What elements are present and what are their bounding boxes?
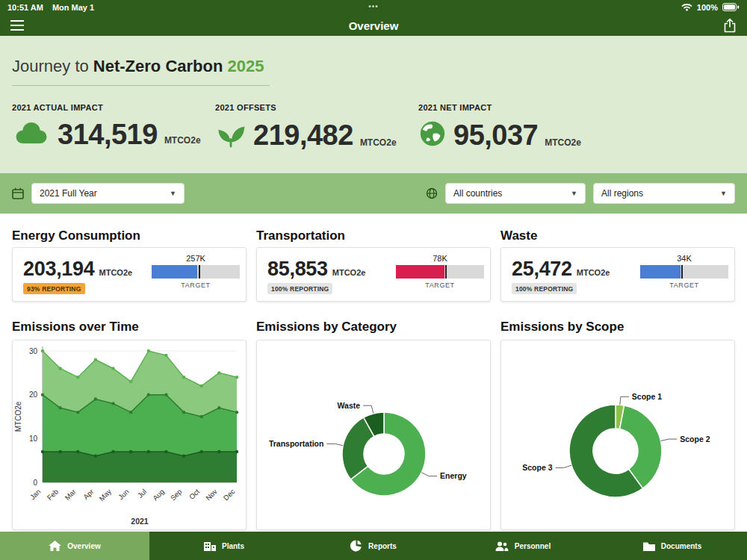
kpi-offsets: 2021 OFFSETS 219,482 MTCO2e <box>215 103 397 151</box>
target-marker <box>681 265 683 279</box>
tab-label: Reports <box>368 542 397 550</box>
hero-title-emphasis: Net-Zero Carbon <box>93 57 223 75</box>
svg-text:Energy: Energy <box>440 471 467 480</box>
folder-icon <box>643 541 655 551</box>
home-icon <box>49 541 61 551</box>
pie-chart-icon <box>350 540 362 552</box>
status-time: 10:51 AM <box>7 3 43 12</box>
svg-text:30: 30 <box>29 347 38 355</box>
target-progress: 34K TARGET <box>640 254 728 289</box>
svg-text:Jun: Jun <box>117 488 131 502</box>
kpi-value: 95,037 <box>453 121 538 149</box>
globe-filter-icon <box>426 187 438 199</box>
tab-reports[interactable]: Reports <box>299 532 448 560</box>
svg-text:0: 0 <box>33 479 37 487</box>
tab-overview[interactable]: Overview <box>0 532 149 560</box>
tab-documents[interactable]: Documents <box>598 532 747 560</box>
wifi-icon <box>681 3 692 13</box>
svg-text:Nov: Nov <box>204 487 219 502</box>
hero-title-prefix: Journey to <box>12 57 93 75</box>
metric-value: 203,194 <box>23 258 95 281</box>
area-chart: 0102030JanFebMarAprMayJunJulAugSepOctNov… <box>13 340 246 529</box>
country-select-value: All countries <box>453 188 502 199</box>
metric-value: 25,472 <box>512 258 572 281</box>
tab-plants[interactable]: Plants <box>149 532 299 560</box>
metric-card-transportation: 85,853 MTCO2e 100% REPORTING 78K TARGET <box>256 247 491 302</box>
cloud-icon <box>12 119 51 149</box>
tab-label: Personnel <box>515 542 551 550</box>
svg-text:Oct: Oct <box>187 487 201 500</box>
title-underline <box>12 85 270 86</box>
section-title-emissions-by-category: Emissions by Category <box>256 320 397 335</box>
target-word-label: TARGET <box>152 281 240 289</box>
progress-fill <box>640 265 681 279</box>
target-word-label: TARGET <box>396 281 484 289</box>
page-title: Overview <box>349 19 399 32</box>
svg-text:MTCO2e: MTCO2e <box>14 401 22 432</box>
multitask-dots-icon: ••• <box>368 2 379 10</box>
svg-text:Sep: Sep <box>169 488 184 503</box>
metric-value: 85,853 <box>267 258 328 281</box>
svg-text:20: 20 <box>29 391 38 399</box>
chevron-down-icon: ▼ <box>720 190 727 197</box>
calendar-icon <box>12 187 24 199</box>
status-bar: 10:51 AM Mon May 1 ••• 100% <box>0 0 747 15</box>
metric-unit: MTCO2e <box>99 268 133 277</box>
svg-text:Scope 2: Scope 2 <box>680 435 710 444</box>
kpi-net-impact: 2021 NET IMPACT 95,037 MTCO2e <box>418 103 581 151</box>
progress-track <box>396 265 484 279</box>
svg-text:May: May <box>97 487 113 503</box>
bottom-tab-bar: Overview Plants Reports <box>0 532 747 560</box>
kpi-unit: MTCO2e <box>164 135 201 149</box>
metric-card-energy: 203,194 MTCO2e 93% REPORTING 257K TARGET <box>12 247 247 302</box>
section-title-energy: Energy Consumption <box>12 228 140 243</box>
share-button[interactable] <box>723 18 737 33</box>
period-select[interactable]: 2021 Full Year ▼ <box>31 183 185 204</box>
tab-personnel[interactable]: Personnel <box>448 532 598 560</box>
svg-text:Apr: Apr <box>81 488 95 501</box>
target-marker <box>445 265 447 279</box>
chevron-down-icon: ▼ <box>571 190 577 197</box>
hamburger-menu-button[interactable] <box>10 20 24 31</box>
target-value-label: 34K <box>640 254 728 265</box>
progress-track <box>640 265 728 279</box>
target-marker <box>199 265 200 279</box>
hero-title-year: 2025 <box>228 57 264 75</box>
hero-title: Journey to Net-Zero Carbon 2025 <box>12 57 264 76</box>
svg-text:Scope 1: Scope 1 <box>632 392 662 401</box>
category-donut-chart: EnergyTransportationWaste <box>257 340 490 529</box>
section-title-emissions-over-time: Emissions over Time <box>12 320 139 335</box>
main-content: Energy Consumption Transportation Waste … <box>0 214 747 532</box>
progress-fill <box>396 265 444 279</box>
kpi-label: 2021 NET IMPACT <box>418 103 581 112</box>
kpi-actual-impact: 2021 ACTUAL IMPACT 314,519 MTCO2e <box>12 103 201 149</box>
svg-text:Scope 3: Scope 3 <box>522 463 552 472</box>
country-select[interactable]: All countries ▼ <box>445 183 586 204</box>
battery-percent: 100% <box>697 3 718 12</box>
factory-icon <box>204 541 216 551</box>
section-title-transportation: Transportation <box>256 228 345 243</box>
target-progress: 78K TARGET <box>396 254 484 289</box>
tab-label: Overview <box>67 542 100 550</box>
filter-bar: 2021 Full Year ▼ All countries ▼ All reg… <box>0 173 747 214</box>
svg-text:Dec: Dec <box>222 487 237 502</box>
metric-card-waste: 25,472 MTCO2e 100% REPORTING 34K TARGET <box>500 247 735 302</box>
emissions-over-time-chart-card: 0102030JanFebMarAprMayJunJulAugSepOctNov… <box>12 340 247 530</box>
kpi-value: 219,482 <box>253 121 353 149</box>
hero-section: Journey to Net-Zero Carbon 2025 2021 ACT… <box>0 36 747 173</box>
target-progress: 257K TARGET <box>152 254 240 289</box>
region-select-value: All regions <box>601 188 643 199</box>
kpi-label: 2021 OFFSETS <box>215 103 397 112</box>
status-date: Mon May 1 <box>52 3 94 12</box>
tab-label: Documents <box>661 542 701 550</box>
svg-text:Transportation: Transportation <box>269 439 324 448</box>
region-select[interactable]: All regions ▼ <box>593 183 735 204</box>
section-title-emissions-by-scope: Emissions by Scope <box>500 320 624 335</box>
kpi-value: 314,519 <box>58 120 158 149</box>
chevron-down-icon: ▼ <box>170 190 176 197</box>
emissions-by-scope-chart-card: Scope 1Scope 2Scope 3 <box>500 340 735 530</box>
progress-fill <box>152 265 197 279</box>
people-icon <box>495 541 509 551</box>
reporting-badge: 93% REPORTING <box>23 283 85 294</box>
svg-text:Mar: Mar <box>63 488 77 502</box>
